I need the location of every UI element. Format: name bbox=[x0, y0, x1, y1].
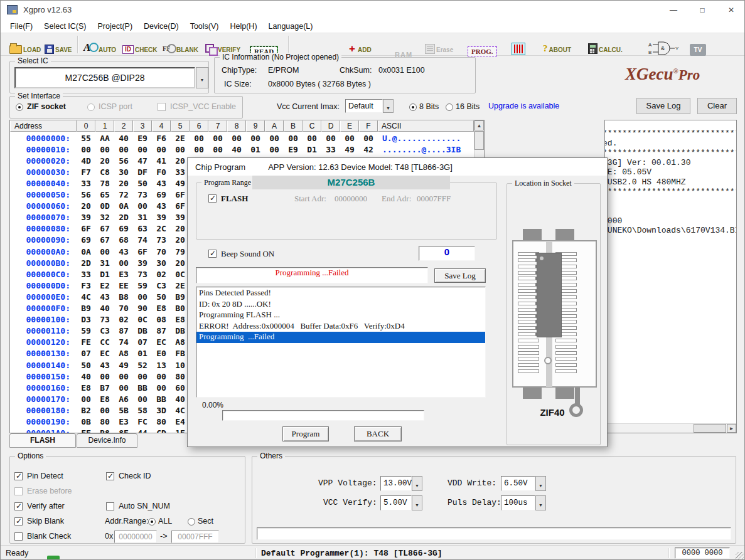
program-button[interactable]: Program bbox=[282, 426, 329, 441]
hex-byte: 50 bbox=[152, 292, 171, 302]
hex-byte: 55 bbox=[77, 134, 95, 143]
bits16-radio[interactable] bbox=[446, 103, 453, 111]
hex-address: 00000180: bbox=[10, 406, 77, 415]
calculator-button[interactable]: CALCU. bbox=[588, 35, 623, 54]
blank-button[interactable]: FF BLANK bbox=[163, 35, 198, 54]
scroll-up-icon[interactable]: ▲ bbox=[474, 120, 484, 130]
about-button[interactable]: ? ABOUT bbox=[543, 35, 571, 54]
save-log-button[interactable]: Save Log bbox=[636, 98, 690, 114]
pin-detect-checkbox[interactable] bbox=[14, 472, 23, 480]
socket-slot bbox=[555, 339, 577, 342]
menu-language[interactable]: Language(L) bbox=[263, 19, 319, 33]
hex-byte: 73 bbox=[95, 315, 114, 324]
erase-button[interactable]: Erase bbox=[425, 35, 453, 54]
menu-file[interactable]: File(F) bbox=[4, 19, 38, 33]
beep-checkbox[interactable] bbox=[208, 250, 217, 258]
menu-select-ic[interactable]: Select IC(S) bbox=[38, 19, 92, 33]
dialog-log-line[interactable]: ERROR! Address:0x000004 Buffer Data:0xF6… bbox=[196, 321, 485, 332]
icsp-vcc-checkbox[interactable] bbox=[158, 103, 166, 111]
hex-byte: 0B bbox=[77, 417, 95, 426]
skip-blank-label: Skip Blank bbox=[27, 517, 64, 526]
skip-blank-checkbox[interactable] bbox=[14, 517, 23, 526]
range-from-field[interactable]: 00000000 bbox=[114, 531, 157, 543]
back-button[interactable]: BACK bbox=[354, 426, 402, 441]
auto-button[interactable]: A AUTO bbox=[83, 35, 116, 54]
prog-button[interactable]: PROG. bbox=[468, 38, 497, 56]
dialog-save-log-button[interactable]: Save Log bbox=[434, 268, 486, 283]
hex-column-header: F bbox=[359, 120, 378, 132]
blank-check-checkbox[interactable] bbox=[14, 532, 23, 541]
vdd-dropdown[interactable] bbox=[535, 476, 546, 491]
log-horizontal-scrollbar[interactable]: ► bbox=[605, 423, 736, 433]
menu-project[interactable]: Project(P) bbox=[92, 19, 139, 33]
logic-gate-button[interactable]: AB & Y bbox=[648, 37, 681, 56]
bits8-radio[interactable] bbox=[409, 103, 417, 111]
erase-before-checkbox[interactable] bbox=[14, 487, 23, 495]
minimize-icon[interactable]: — bbox=[659, 1, 688, 19]
verify-after-checkbox[interactable] bbox=[14, 502, 23, 510]
vcc-imax-combo[interactable]: Default bbox=[345, 99, 383, 113]
hex-address: 00000160: bbox=[10, 383, 77, 393]
icsp-port-radio[interactable] bbox=[87, 103, 95, 111]
chip-test-button[interactable] bbox=[512, 36, 525, 55]
scrollbar-thumb[interactable] bbox=[694, 424, 726, 433]
addr-all-radio[interactable] bbox=[148, 518, 156, 526]
save-button[interactable]: SAVE bbox=[45, 35, 72, 54]
selected-ic-box[interactable]: M27C256B @DIP28 bbox=[14, 67, 195, 88]
menu-tools[interactable]: Tools(V) bbox=[185, 19, 225, 33]
load-button[interactable]: LOAD bbox=[9, 35, 41, 54]
clear-button[interactable]: Clear bbox=[697, 98, 737, 114]
hex-byte: 07 bbox=[77, 349, 95, 358]
hex-address: 00000020: bbox=[10, 156, 77, 166]
flash-checkbox[interactable] bbox=[208, 194, 217, 203]
hex-row: 000000B0:2D3100393020 bbox=[10, 257, 190, 268]
hex-byte: FF bbox=[77, 428, 95, 433]
vpp-voltage-combo[interactable]: 13.00V bbox=[380, 476, 412, 491]
addr-sect-radio[interactable] bbox=[188, 518, 195, 526]
socket-slot bbox=[518, 283, 539, 287]
scroll-right-icon[interactable]: ► bbox=[727, 424, 736, 433]
hex-column-header: 7 bbox=[208, 120, 227, 132]
puls-delay-combo[interactable]: 100us bbox=[501, 495, 535, 510]
ic-dropdown-button[interactable] bbox=[196, 67, 208, 88]
auto-sn-checkbox[interactable] bbox=[106, 502, 114, 510]
hex-row: 00000050:56657273696F bbox=[10, 189, 190, 201]
menu-help[interactable]: Help(H) bbox=[224, 19, 262, 33]
check-id-button[interactable]: ID CHECK bbox=[122, 35, 158, 54]
range-to-field[interactable]: 00007FFF bbox=[171, 531, 219, 543]
add-button[interactable]: + ADD bbox=[348, 35, 372, 54]
hex-column-header: 8 bbox=[227, 120, 246, 132]
hex-row: 00000000:55AA40E9F62E0000000000000000000… bbox=[10, 132, 461, 144]
dialog-log-line[interactable]: Programming FLASH ... bbox=[196, 310, 485, 321]
ram-button[interactable]: RAM bbox=[395, 40, 412, 58]
puls-dropdown[interactable] bbox=[535, 495, 546, 510]
check-id-checkbox[interactable] bbox=[106, 472, 114, 480]
hex-byte: 00 bbox=[114, 145, 133, 154]
hex-address: 00000000: bbox=[10, 134, 77, 143]
tab-flash[interactable]: FLASH bbox=[9, 433, 76, 448]
resize-grip[interactable] bbox=[736, 552, 744, 560]
vdd-write-combo[interactable]: 6.50V bbox=[501, 476, 535, 491]
dialog-log-line[interactable]: ID: 0x 20 8D ......OK! bbox=[196, 299, 485, 310]
scrollbar-thumb[interactable] bbox=[474, 131, 484, 150]
vcc-verify-combo[interactable]: 5.00V bbox=[380, 495, 412, 510]
vcc-dropdown[interactable] bbox=[412, 495, 422, 510]
menu-device[interactable]: Device(D) bbox=[138, 19, 185, 33]
tab-device-info[interactable]: Device.Info bbox=[77, 433, 137, 448]
socket-slot bbox=[518, 357, 539, 361]
zif-socket-radio[interactable] bbox=[16, 103, 23, 111]
hex-byte: 40 bbox=[95, 304, 114, 313]
dialog-log-line[interactable]: Programming ...Failed bbox=[196, 332, 485, 343]
close-icon[interactable]: ✕ bbox=[717, 1, 745, 19]
vpp-dropdown[interactable] bbox=[412, 476, 422, 491]
maximize-icon[interactable]: □ bbox=[688, 1, 717, 19]
verify-button[interactable]: VERIFY bbox=[205, 35, 240, 54]
program-range-legend: Program Range bbox=[201, 178, 254, 188]
vcc-imax-dropdown[interactable] bbox=[383, 99, 394, 113]
dialog-log-line[interactable]: Pins Detected Passed! bbox=[196, 288, 485, 299]
ic-size-value: 0x8000 Bytes ( 32768 Bytes ) bbox=[268, 80, 371, 88]
upgrade-link[interactable]: Upgrade is available bbox=[488, 102, 559, 110]
tv-button[interactable]: TV bbox=[690, 37, 706, 56]
dialog-log-list: Pins Detected Passed!ID: 0x 20 8D ......… bbox=[196, 288, 486, 399]
hex-row: 00000130:07ECA801E0FB bbox=[10, 348, 190, 359]
